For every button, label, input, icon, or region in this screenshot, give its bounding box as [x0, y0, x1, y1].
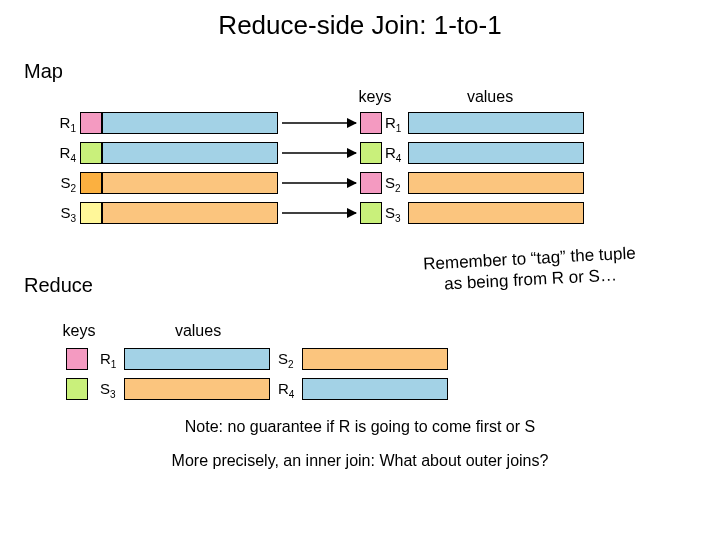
- values-header-reduce: values: [168, 322, 228, 340]
- reduce-label-S3: S3: [100, 380, 116, 400]
- keys-header-reduce: keys: [54, 322, 104, 340]
- reduce-label-R4: R4: [278, 380, 294, 400]
- reduce-val-R1: [124, 348, 270, 370]
- reduce-val-R4: [302, 378, 448, 400]
- footnote2: More precisely, an inner join: What abou…: [0, 452, 720, 470]
- reduce-label-S2: S2: [278, 350, 294, 370]
- reduce-label: Reduce: [24, 274, 93, 297]
- footnote: Note: no guarantee if R is going to come…: [0, 418, 720, 436]
- reduce-val-S2: [302, 348, 448, 370]
- reduce-key-1: [66, 348, 88, 370]
- reduce-key-2: [66, 378, 88, 400]
- reduce-val-S3: [124, 378, 270, 400]
- reduce-label-R1: R1: [100, 350, 116, 370]
